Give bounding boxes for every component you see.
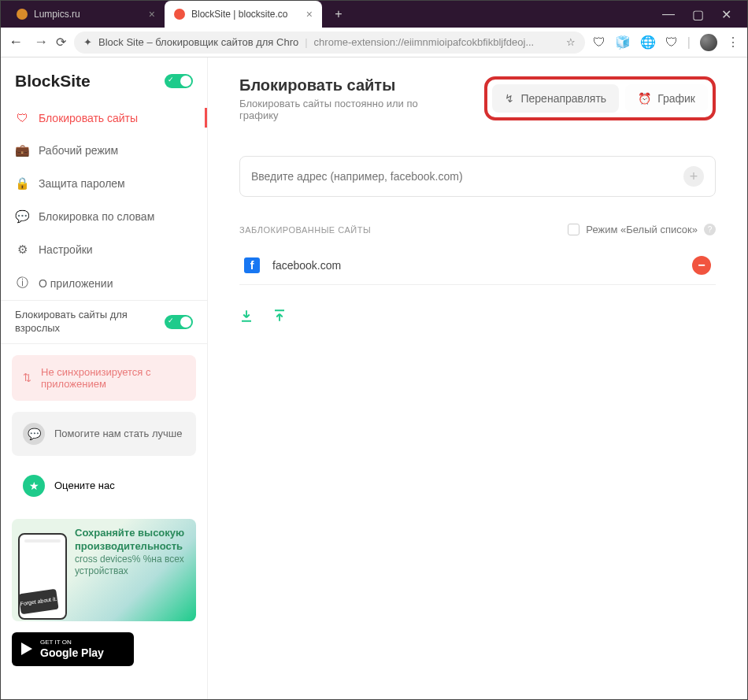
forward-icon[interactable]: →: [34, 34, 48, 50]
gplay-big: Google Play: [40, 646, 104, 659]
redirect-label: Перенаправлять: [520, 92, 606, 105]
new-tab-button[interactable]: +: [328, 4, 349, 24]
extension-icon: ✦: [83, 36, 92, 48]
promo-title: Сохраняйте высокую производительность: [75, 527, 188, 554]
gear-icon: ⚙: [15, 243, 29, 257]
sidebar-item-work-mode[interactable]: 💼 Рабочий режим: [1, 134, 207, 167]
menu-icon[interactable]: ⋮: [727, 35, 739, 50]
shield-icon: 🛡: [15, 111, 29, 124]
favicon-icon: [174, 9, 185, 20]
rate-text: Оцените нас: [54, 480, 115, 491]
chat-icon: 💬: [15, 209, 29, 224]
gplay-small: GET IT ON: [40, 639, 104, 646]
site-address-input[interactable]: [251, 170, 683, 183]
star-icon: ★: [23, 475, 45, 497]
rate-card[interactable]: ★ Оцените нас: [12, 467, 196, 505]
sidebar-item-settings[interactable]: ⚙ Настройки: [1, 233, 207, 266]
remove-site-button[interactable]: −: [692, 256, 711, 275]
maximize-icon[interactable]: ▢: [692, 7, 704, 22]
main-content: Блокировать сайты Блокировать сайты пост…: [208, 57, 747, 699]
sidebar-item-label: Рабочий режим: [39, 144, 118, 157]
page-title: Блокировать сайты: [239, 76, 444, 94]
profile-avatar[interactable]: [700, 34, 717, 51]
comment-icon: 💬: [23, 423, 45, 445]
schedule-label: График: [657, 92, 695, 105]
adult-block-row: Блокировать сайты для взрослых: [1, 300, 207, 344]
back-icon[interactable]: ←: [9, 34, 23, 50]
sidebar-item-block-sites[interactable]: 🛡 Блокировать сайты: [1, 102, 207, 134]
feedback-card[interactable]: 💬 Помогите нам стать лучше: [12, 412, 196, 456]
google-play-button[interactable]: GET IT ON Google Play: [12, 632, 134, 666]
briefcase-icon: 💼: [15, 143, 29, 157]
blocked-site-row: f facebook.com −: [239, 246, 716, 285]
sync-icon: ⇅: [23, 372, 31, 383]
adult-toggle[interactable]: [165, 315, 193, 329]
lock-icon: 🔒: [15, 176, 29, 191]
sidebar-item-about[interactable]: ⓘ О приложении: [1, 266, 207, 300]
brand-logo: BlockSite: [15, 72, 91, 91]
sidebar-item-label: Блокировка по словам: [39, 210, 154, 223]
browser-toolbar: ← → ⟳ ✦ Block Site – блокировщик сайтов …: [1, 28, 747, 57]
sync-warning-card[interactable]: ⇅ Не синхронизируется с приложением: [12, 355, 196, 401]
sidebar-item-password[interactable]: 🔒 Защита паролем: [1, 167, 207, 200]
adult-block-label: Блокировать сайты для взрослых: [15, 309, 158, 335]
facebook-icon: f: [244, 257, 260, 273]
redirect-arrow-icon: ↯: [505, 92, 514, 105]
reload-icon[interactable]: ⟳: [56, 35, 66, 50]
master-toggle[interactable]: [165, 74, 193, 88]
close-icon[interactable]: ×: [306, 8, 313, 20]
phone-mockup-icon: Forget about it.: [18, 533, 67, 620]
tab-title: Lumpics.ru: [34, 9, 80, 20]
sidebar-item-word-block[interactable]: 💬 Блокировка по словам: [1, 200, 207, 233]
ext-icon-1[interactable]: 🛡: [593, 35, 605, 50]
export-button[interactable]: [272, 309, 287, 323]
ext-icon-4[interactable]: 🛡: [665, 35, 678, 50]
sidebar-item-label: Защита паролем: [39, 177, 125, 190]
close-icon[interactable]: ×: [149, 8, 155, 20]
minimize-icon[interactable]: —: [662, 7, 675, 22]
sidebar-item-label: О приложении: [39, 277, 113, 290]
ext-icon-3[interactable]: 🌐: [640, 35, 656, 50]
feedback-text: Помогите нам стать лучше: [54, 428, 182, 439]
play-triangle-icon: [21, 643, 32, 655]
bookmark-star-icon[interactable]: ☆: [566, 36, 576, 48]
browser-tab-lumpics[interactable]: Lumpics.ru ×: [7, 1, 165, 28]
window-titlebar: Lumpics.ru × BlockSite | blocksite.co × …: [1, 1, 747, 28]
sidebar-item-label: Настройки: [39, 243, 93, 256]
sidebar-item-label: Блокировать сайты: [39, 112, 138, 124]
clock-icon: ⏰: [638, 92, 651, 105]
add-site-row: +: [239, 156, 716, 197]
site-name: Block Site – блокировщик сайтов для Chro: [98, 36, 298, 48]
highlight-annotation: ↯ Перенаправлять ⏰ График: [484, 76, 716, 120]
promo-subtitle: cross devices% %на всех устройствах: [75, 554, 188, 578]
redirect-button[interactable]: ↯ Перенаправлять: [492, 84, 619, 113]
ext-icon-2[interactable]: 🧊: [615, 35, 631, 50]
page-subtitle: Блокировать сайты постоянно или по графи…: [239, 98, 444, 121]
import-button[interactable]: [239, 309, 254, 323]
close-window-icon[interactable]: ✕: [721, 7, 731, 22]
tab-title: BlockSite | blocksite.co: [191, 9, 288, 20]
blocked-domain: facebook.com: [272, 259, 341, 272]
favicon-icon: [17, 9, 28, 20]
upload-icon: [272, 309, 287, 323]
whitelist-label: Режим «Белый список»: [586, 224, 698, 235]
url-text: chrome-extension://eiimnmioipafcokbfikbl…: [314, 36, 535, 48]
schedule-button[interactable]: ⏰ График: [625, 84, 708, 113]
blocked-sites-heading: ЗАБЛОКИРОВАННЫЕ САЙТЫ: [239, 225, 371, 235]
sidebar: BlockSite 🛡 Блокировать сайты 💼 Рабочий …: [1, 57, 208, 699]
download-icon: [239, 309, 254, 323]
info-icon: ⓘ: [15, 276, 29, 291]
help-icon[interactable]: ?: [704, 224, 716, 235]
add-site-button[interactable]: +: [683, 166, 704, 187]
whitelist-checkbox[interactable]: [568, 224, 580, 235]
address-bar[interactable]: ✦ Block Site – блокировщик сайтов для Ch…: [74, 31, 585, 54]
sync-text: Не синхронизируется с приложением: [41, 366, 185, 390]
phone-bubble: Forget about it.: [18, 589, 58, 614]
promo-banner[interactable]: Forget about it. Сохраняйте высокую прои…: [12, 519, 196, 621]
browser-tab-blocksite[interactable]: BlockSite | blocksite.co ×: [165, 1, 322, 28]
